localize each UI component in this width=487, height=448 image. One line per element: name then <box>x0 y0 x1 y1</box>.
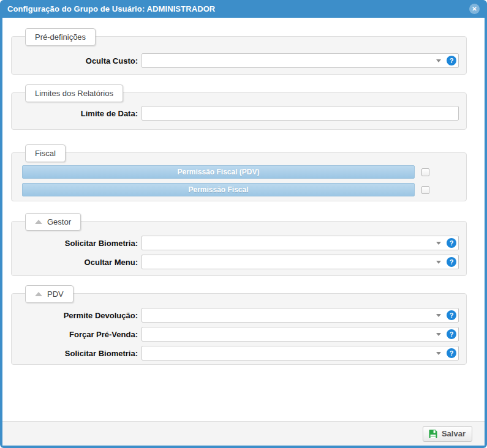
save-icon <box>428 429 438 439</box>
field-row-oculta-custo: Oculta Custo: ? <box>22 53 459 68</box>
permissao-fiscal-pdv-button[interactable]: Permissão Fiscal (PDV) <box>22 165 415 179</box>
section-legend-label: Fiscal <box>35 149 56 158</box>
help-icon[interactable]: ? <box>447 56 456 65</box>
oculta-custo-input[interactable] <box>142 53 459 68</box>
field-label-oculta-custo: Oculta Custo: <box>22 56 142 65</box>
section-legend-limites: Limites dos Relatórios <box>25 84 123 102</box>
save-button[interactable]: Salvar <box>423 426 472 442</box>
close-icon[interactable]: ✕ <box>469 4 480 14</box>
permissao-fiscal-pdv-checkbox[interactable] <box>421 168 429 176</box>
help-icon[interactable]: ? <box>447 310 456 320</box>
permissao-fiscal-button[interactable]: Permissão Fiscal <box>22 183 415 196</box>
limite-data-field-wrap <box>142 106 459 121</box>
forcar-pre-venda-combobox[interactable]: ? <box>142 327 459 342</box>
limite-data-input[interactable] <box>142 106 459 121</box>
permite-devolucao-combobox[interactable]: ? <box>142 308 459 323</box>
field-label-solicitar-biometria: Solicitar Biometria: <box>22 239 142 248</box>
chevron-down-icon[interactable] <box>436 333 441 336</box>
field-row-solicitar-biometria-gestor: Solicitar Biometria: ? <box>22 236 459 250</box>
chevron-down-icon[interactable] <box>436 242 441 245</box>
dialog-header: Configuração do Grupo de Usuário: ADMINI… <box>2 0 485 18</box>
solicitar-biometria-gestor-input[interactable] <box>142 236 459 250</box>
section-limites-relatorios: Limites dos Relatórios Limite de Data: <box>11 92 467 130</box>
field-label-forcar-pre-venda: Forçar Pré-Venda: <box>22 330 142 339</box>
oculta-custo-combobox[interactable]: ? <box>142 53 459 68</box>
save-button-label: Salvar <box>442 429 466 438</box>
dialog-footer: Salvar <box>2 421 485 446</box>
fiscal-row-geral: Permissão Fiscal <box>22 183 459 196</box>
section-fiscal: Fiscal Permissão Fiscal (PDV) Permissão … <box>11 152 467 201</box>
collapse-triangle-up-icon[interactable] <box>35 220 42 224</box>
collapse-triangle-up-icon[interactable] <box>35 292 42 296</box>
field-label-limite-data: Limite de Data: <box>22 109 142 118</box>
field-row-solicitar-biometria-pdv: Solicitar Biometria: ? <box>22 346 459 360</box>
chevron-down-icon[interactable] <box>436 261 441 264</box>
field-row-limite-data: Limite de Data: <box>22 106 459 121</box>
permissao-fiscal-checkbox[interactable] <box>421 186 429 194</box>
field-row-forcar-pre-venda: Forçar Pré-Venda: ? <box>22 327 459 342</box>
field-label-ocultar-menu: Ocultar Menu: <box>22 258 142 267</box>
section-legend-gestor[interactable]: Gestor <box>25 213 81 231</box>
field-label-permite-devolucao: Permite Devolução: <box>22 311 142 320</box>
section-gestor: Gestor Solicitar Biometria: ? Ocultar Me… <box>11 221 467 276</box>
solicitar-biometria-pdv-combobox[interactable]: ? <box>142 346 459 360</box>
forcar-pre-venda-input[interactable] <box>142 327 459 342</box>
section-legend-label: PDV <box>47 289 64 299</box>
section-legend-label: Pré-definições <box>35 32 86 42</box>
chevron-down-icon[interactable] <box>436 59 441 62</box>
permite-devolucao-input[interactable] <box>142 308 459 323</box>
section-legend-fiscal: Fiscal <box>25 144 66 162</box>
section-legend-label: Limites dos Relatórios <box>35 89 113 98</box>
help-icon[interactable]: ? <box>447 348 456 358</box>
ocultar-menu-input[interactable] <box>142 255 459 269</box>
solicitar-biometria-pdv-input[interactable] <box>142 346 459 360</box>
help-icon[interactable]: ? <box>447 257 456 267</box>
section-pre-definicoes: Pré-definições Oculta Custo: ? <box>11 36 467 75</box>
dialog-title: Configuração do Grupo de Usuário: ADMINI… <box>7 4 215 13</box>
user-group-config-dialog: Configuração do Grupo de Usuário: ADMINI… <box>0 0 487 448</box>
dialog-body: Pré-definições Oculta Custo: ? Limites d… <box>2 18 485 421</box>
chevron-down-icon[interactable] <box>436 352 441 355</box>
ocultar-menu-combobox[interactable]: ? <box>142 255 459 269</box>
help-icon[interactable]: ? <box>447 329 456 339</box>
section-pdv: PDV Permite Devolução: ? Forçar Pré-Vend… <box>11 293 467 365</box>
help-icon[interactable]: ? <box>447 238 456 248</box>
field-row-ocultar-menu: Ocultar Menu: ? <box>22 255 459 269</box>
section-legend-pre-definicoes: Pré-definições <box>25 28 96 46</box>
fiscal-row-pdv: Permissão Fiscal (PDV) <box>22 165 459 179</box>
section-legend-pdv[interactable]: PDV <box>25 285 74 303</box>
section-legend-label: Gestor <box>47 217 71 226</box>
field-row-permite-devolucao: Permite Devolução: ? <box>22 308 459 323</box>
field-label-solicitar-biometria: Solicitar Biometria: <box>22 349 142 358</box>
solicitar-biometria-gestor-combobox[interactable]: ? <box>142 236 459 250</box>
chevron-down-icon[interactable] <box>436 314 441 317</box>
